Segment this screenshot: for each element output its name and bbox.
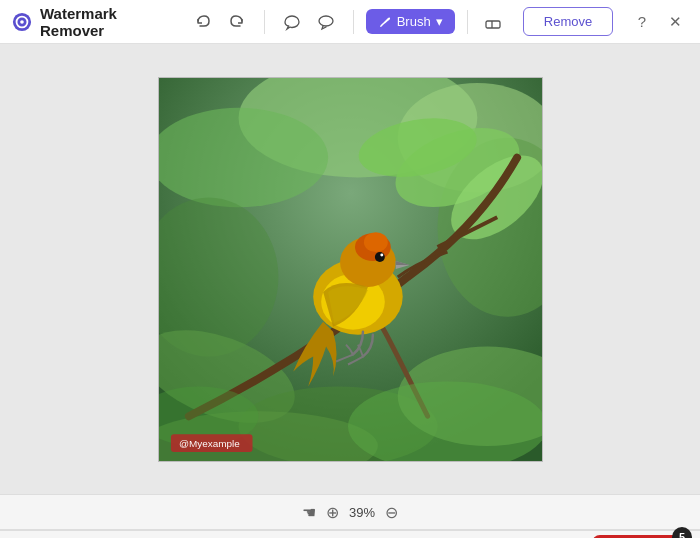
svg-point-2 — [20, 20, 24, 24]
zoom-bar: ☚ ⊕ 39% ⊖ — [0, 494, 700, 530]
divider-1 — [264, 10, 265, 34]
zoom-level: 39% — [349, 505, 375, 520]
svg-point-24 — [374, 252, 384, 262]
tool-group — [277, 7, 341, 37]
zoom-in-icon[interactable]: ⊕ — [326, 503, 339, 522]
svg-point-25 — [380, 253, 383, 256]
brush-label: Brush — [397, 14, 431, 29]
help-button[interactable]: ? — [629, 8, 654, 36]
title-bar: Watermark Remover — [0, 0, 700, 44]
image-container: @Myexample — [158, 77, 543, 462]
close-button[interactable]: ✕ — [663, 8, 688, 36]
speech-tool-button[interactable] — [311, 7, 341, 37]
hand-tool-icon[interactable]: ☚ — [302, 503, 316, 522]
footer: New Image Crop & Save 5 Save — [0, 530, 700, 538]
svg-rect-4 — [486, 21, 500, 28]
lasso-tool-button[interactable] — [277, 7, 307, 37]
bird-image: @Myexample — [158, 77, 543, 462]
svg-point-23 — [363, 232, 387, 252]
divider-2 — [353, 10, 354, 34]
app-title: Watermark Remover — [40, 5, 172, 39]
app-logo — [12, 11, 32, 33]
canvas-area: @Myexample — [0, 44, 700, 494]
brush-dropdown-icon: ▾ — [436, 14, 443, 29]
brush-tool-button[interactable]: Brush ▾ — [366, 9, 455, 34]
divider-3 — [467, 10, 468, 34]
svg-text:@Myexample: @Myexample — [178, 438, 239, 449]
redo-button[interactable] — [222, 7, 252, 37]
undo-button[interactable] — [188, 7, 218, 37]
undo-redo-group — [188, 7, 252, 37]
remove-button[interactable]: Remove — [523, 7, 613, 36]
zoom-out-icon[interactable]: ⊖ — [385, 503, 398, 522]
eraser-tool-button[interactable] — [480, 7, 507, 37]
svg-point-3 — [319, 16, 333, 26]
